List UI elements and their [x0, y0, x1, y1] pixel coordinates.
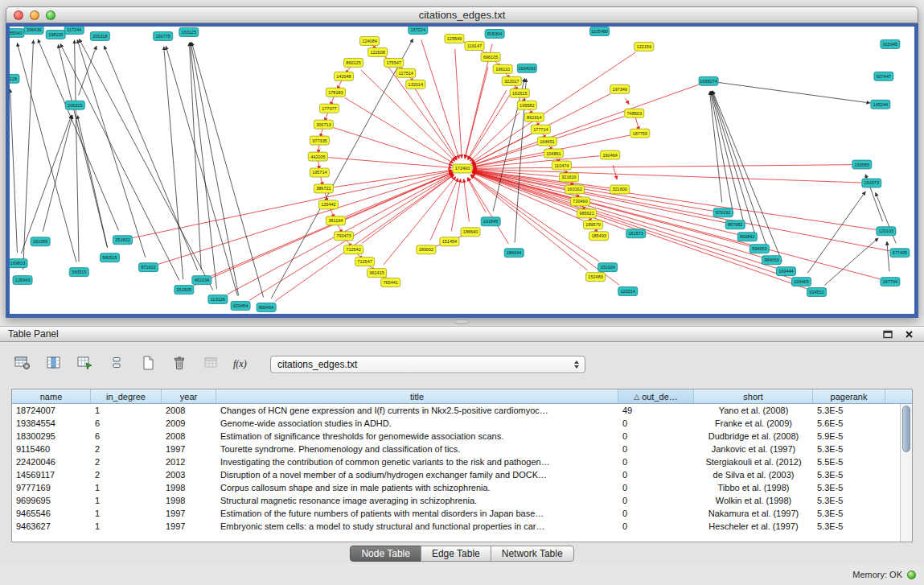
table-row[interactable]: 1938455462009Genome-wide association stu…	[12, 417, 912, 430]
graph-node-yellow[interactable]: 132014	[406, 80, 425, 89]
graph-node-teal[interactable]: 167744	[881, 278, 900, 286]
new-document-button[interactable]	[137, 354, 159, 375]
window-titlebar[interactable]: citations_edges.txt	[6, 6, 918, 23]
graph-node-teal[interactable]: 920454	[231, 302, 250, 311]
graph-node-yellow[interactable]: 790473	[334, 232, 353, 241]
vertical-scrollbar[interactable]	[900, 404, 912, 542]
graph-node-yellow[interactable]: 177977	[319, 104, 339, 113]
graph-node-teal[interactable]: 251602	[113, 236, 132, 245]
graph-node-teal[interactable]: 677435	[890, 249, 910, 257]
graph-node-teal[interactable]: 169444	[776, 267, 795, 276]
graph-node-teal[interactable]: 818304	[485, 29, 504, 38]
graph-node-yellow[interactable]: 361194	[326, 216, 345, 225]
graph-node-teal[interactable]: 915945	[881, 39, 900, 48]
table-row[interactable]: 911546021997Tourette syndrome. Phenomeno…	[12, 443, 912, 455]
splitter-grip-icon[interactable]	[454, 319, 469, 324]
graph-node-yellow[interactable]: 442005	[308, 152, 327, 161]
graph-node-yellow[interactable]: 151454	[440, 237, 459, 246]
graph-node-yellow[interactable]: 720460	[570, 197, 589, 206]
graph-node-teal[interactable]: 590515	[100, 253, 119, 262]
column-header-short[interactable]: short	[694, 389, 813, 403]
table-row[interactable]: 946362711997Embryonic stem cells: a mode…	[12, 520, 912, 533]
scrollbar-thumb[interactable]	[902, 406, 910, 452]
graph-node-teal[interactable]: 1668274	[699, 76, 718, 85]
graph-node-yellow[interactable]: 224084	[360, 36, 380, 45]
tab-node-table[interactable]: Node Table	[350, 546, 421, 562]
graph-node-yellow[interactable]: 306713	[314, 120, 333, 129]
graph-node-yellow[interactable]: 164651	[537, 137, 556, 146]
graph-node-teal[interactable]: 679192	[713, 208, 733, 217]
delete-button[interactable]	[168, 354, 191, 375]
graph-node-teal[interactable]: 169833	[10, 259, 27, 268]
graph-node-yellow[interactable]: 187755	[630, 129, 650, 138]
column-header-pagerank[interactable]: pagerank	[813, 389, 885, 403]
table-row[interactable]: 1830029562008Estimation of significance …	[12, 430, 912, 443]
zoom-window-button[interactable]	[46, 10, 55, 20]
graph-node-yellow[interactable]: 961415	[368, 269, 387, 278]
graph-node-yellow[interactable]: 119147	[465, 41, 484, 50]
graph-node-yellow[interactable]: 196110	[493, 64, 512, 73]
graph-node-teal[interactable]: 120103	[877, 227, 896, 236]
graph-node-yellow[interactable]: 127514	[396, 68, 416, 77]
graph-node-teal[interactable]: 113126	[208, 295, 228, 304]
graph-node-yellow[interactable]: 977335	[310, 136, 329, 145]
graph-node-yellow[interactable]: 125549	[445, 34, 464, 43]
column-header-year[interactable]: year	[162, 389, 216, 403]
graph-node-teal[interactable]: 205315	[65, 101, 84, 109]
table-row[interactable]: 1456911722003Disruption of a novel membe…	[12, 468, 912, 481]
function-button[interactable]: f(x)	[231, 354, 253, 375]
graph-node-teal[interactable]: 120214	[618, 287, 638, 296]
graph-node-yellow[interactable]: 321616	[559, 173, 578, 182]
graph-node-teal[interactable]: 984063	[762, 256, 781, 265]
graph-node-teal[interactable]: 206439	[24, 27, 43, 34]
graph-node-yellow[interactable]: 152483	[586, 273, 606, 282]
graph-node-teal[interactable]: 390515	[69, 268, 88, 277]
graph-node-yellow[interactable]: 765441	[381, 278, 400, 287]
graph-node-yellow[interactable]: 321600	[610, 185, 630, 194]
table-row[interactable]: 1872400712008Changes of HCN gene express…	[12, 404, 912, 417]
graph-node-yellow[interactable]: 322017	[502, 76, 521, 85]
tab-network-table[interactable]: Network Table	[491, 546, 574, 562]
graph-node-teal[interactable]: 145244	[871, 100, 890, 109]
minimize-window-button[interactable]	[30, 10, 39, 20]
graph-node-yellow[interactable]: 185493	[589, 232, 609, 241]
graph-node-yellow[interactable]: 985621	[577, 209, 597, 218]
graph-node-teal[interactable]: 890842	[737, 233, 757, 241]
graph-node-yellow[interactable]: 175547	[384, 58, 404, 67]
graph-node-teal[interactable]: 131126	[10, 74, 19, 83]
close-panel-icon[interactable]	[903, 328, 914, 340]
graph-node-yellow[interactable]: 162615	[510, 89, 529, 97]
graph-node-teal[interactable]: 890454	[257, 303, 276, 312]
graph-node-teal[interactable]: 198118	[46, 30, 65, 39]
graph-node-yellow[interactable]: 189579	[584, 220, 603, 229]
graph-node-teal[interactable]: 186644	[504, 249, 524, 257]
rows-button[interactable]	[105, 354, 128, 375]
graph-node-teal[interactable]: 161573	[862, 179, 881, 187]
graph-node-yellow[interactable]: 860125	[343, 58, 363, 67]
graph-node-teal[interactable]: 867982	[725, 220, 745, 229]
column-header-out-de-[interactable]: △out_de…	[618, 389, 694, 403]
graph-node-yellow[interactable]: 861914	[524, 113, 544, 122]
graph-node-teal[interactable]: 157224	[409, 27, 428, 34]
graph-node-yellow[interactable]: 696105	[481, 52, 500, 61]
select-columns-button[interactable]	[43, 354, 65, 375]
graph-node-yellow[interactable]: 160464	[601, 150, 620, 159]
column-header-title[interactable]: title	[216, 389, 618, 403]
network-view[interactable]: 2650402064391981181172442053181597781631…	[10, 27, 914, 314]
graph-node-teal[interactable]: 924502	[807, 288, 827, 297]
graph-node-teal[interactable]: 117244	[64, 27, 84, 34]
graph-node-yellow[interactable]: 122608	[368, 47, 388, 56]
panel-splitter[interactable]	[0, 318, 924, 326]
graph-node-teal[interactable]: 927447	[874, 72, 893, 80]
graph-node-yellow[interactable]: 122159	[634, 42, 654, 51]
graph-node-yellow[interactable]: 195582	[517, 101, 536, 109]
graph-node-teal[interactable]: 1105480	[590, 27, 610, 35]
table-source-combobox[interactable]: citations_edges.txt	[270, 356, 585, 373]
table-settings-button[interactable]	[11, 354, 34, 375]
graph-node-teal[interactable]: 461034	[192, 276, 211, 285]
tab-edge-table[interactable]: Edge Table	[421, 546, 491, 562]
graph-node-yellow[interactable]: 195714	[310, 168, 329, 177]
graph-node-yellow[interactable]: 186640	[461, 228, 480, 237]
import-table-button[interactable]	[199, 354, 222, 375]
graph-node-teal[interactable]: 871602	[139, 263, 158, 272]
